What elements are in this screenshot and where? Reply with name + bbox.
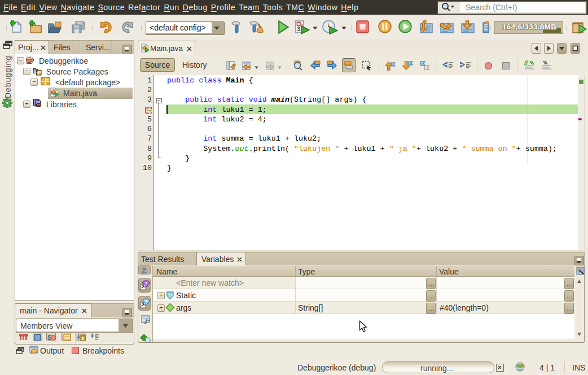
svg-text:3: 3 <box>297 26 301 32</box>
svg-text:z: z <box>82 335 85 341</box>
svg-text://: // <box>524 60 529 66</box>
svg-text:$: $ <box>142 267 147 274</box>
